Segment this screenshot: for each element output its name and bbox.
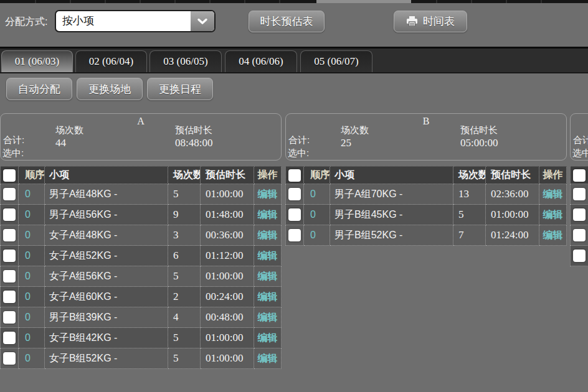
table-row: 0女子A组52KG -601:12:00编辑	[0, 246, 282, 266]
row-event-name: 女子B组42KG -	[45, 328, 168, 348]
row-checkbox[interactable]	[288, 188, 301, 200]
venue-table: 顺序小项场次数预估时长操作0男子A组70KG -1302:36:00编辑0男子B…	[285, 166, 567, 246]
edit-link[interactable]: 编辑	[543, 188, 563, 201]
change-schedule-button[interactable]: 更换日程	[147, 78, 213, 100]
row-event-name: 男子A组70KG -	[330, 184, 453, 205]
row-checkbox[interactable]	[3, 291, 16, 303]
edit-link[interactable]: 编辑	[258, 352, 278, 365]
column-header-order: 顺序	[19, 166, 45, 184]
summary-duration-value: 08:48:00	[175, 137, 212, 149]
row-order: 0	[19, 287, 45, 307]
row-event-name: 男子A组56KG -	[45, 205, 168, 225]
clipped-top-row	[0, 0, 588, 3]
row-order: 0	[19, 328, 45, 348]
edit-link[interactable]: 编辑	[258, 188, 278, 201]
table-header-row: 顺序小项场次数预估时长操作	[285, 166, 567, 184]
header-checkbox-cell	[570, 166, 588, 184]
row-checkbox[interactable]	[3, 250, 16, 262]
row-order: 0	[19, 307, 45, 328]
summary-selected-label: 选中:	[288, 147, 309, 159]
row-duration: 01:48:00	[201, 205, 254, 225]
tab-day-5[interactable]: 05 (06/07)	[300, 50, 372, 72]
table-row	[570, 205, 588, 225]
row-duration: 02:36:00	[486, 184, 539, 205]
header-checkbox-cell	[285, 166, 304, 184]
summary-duration-label: 预估时长	[460, 124, 498, 136]
row-checkbox-cell	[285, 184, 304, 205]
row-checkbox[interactable]	[3, 208, 16, 221]
row-checkbox-cell	[0, 348, 19, 369]
day-tab-bar: 01 (06/03)02 (06/04)03 (06/05)04 (06/06)…	[0, 47, 588, 73]
edit-link[interactable]: 编辑	[258, 250, 278, 263]
chevron-down-icon[interactable]	[191, 11, 214, 31]
column-header-action: 操作	[254, 166, 282, 184]
row-checkbox[interactable]	[573, 229, 586, 241]
row-checkbox[interactable]	[3, 311, 16, 324]
time-table-button[interactable]: 时间表	[394, 11, 467, 32]
row-checkbox[interactable]	[3, 270, 16, 282]
summary-total-label: 合计:	[288, 134, 310, 146]
column-header-order: 顺序	[304, 166, 330, 184]
edit-link[interactable]: 编辑	[258, 229, 278, 242]
row-checkbox-cell	[0, 266, 19, 287]
row-action-cell: 编辑	[254, 266, 282, 287]
column-header-matches: 场次数	[168, 166, 201, 184]
row-match-count: 5	[168, 266, 201, 287]
row-order: 0	[19, 184, 45, 205]
row-checkbox[interactable]	[288, 229, 301, 241]
row-checkbox[interactable]	[288, 208, 301, 221]
auto-allocate-button[interactable]: 自动分配	[6, 78, 72, 100]
row-checkbox[interactable]	[3, 332, 16, 344]
row-event-name: 女子A组56KG -	[45, 266, 168, 287]
table-row: 0男子B组39KG -400:48:00编辑	[0, 307, 282, 328]
tab-day-3[interactable]: 03 (06/05)	[149, 50, 222, 72]
row-duration: 01:24:00	[486, 225, 539, 246]
tab-day-2[interactable]: 02 (06/04)	[75, 50, 147, 72]
clipped-top-segment	[316, 0, 411, 3]
row-duration: 00:24:00	[201, 287, 254, 307]
edit-link[interactable]: 编辑	[258, 332, 278, 345]
row-checkbox-cell	[0, 246, 19, 266]
select-all-checkbox[interactable]	[3, 169, 16, 182]
select-all-checkbox[interactable]	[288, 169, 301, 182]
row-event-name: 女子B组52KG -	[45, 348, 168, 369]
select-all-checkbox[interactable]	[573, 169, 586, 182]
row-event-name: 女子A组52KG -	[45, 246, 168, 266]
tab-day-1[interactable]: 01 (06/03)	[1, 50, 73, 72]
row-order: 0	[19, 266, 45, 287]
table-header-row: 顺序小项场次数预估时长操作	[0, 166, 282, 184]
duration-estimate-table-button[interactable]: 时长预估表	[249, 11, 325, 32]
row-checkbox[interactable]	[573, 208, 586, 221]
row-match-count: 9	[168, 205, 201, 225]
row-order: 0	[19, 246, 45, 266]
printer-icon	[406, 16, 418, 27]
row-match-count: 7	[453, 225, 486, 246]
header-checkbox-cell	[0, 166, 19, 184]
row-checkbox[interactable]	[573, 250, 586, 262]
row-checkbox-cell	[285, 205, 304, 225]
column-header-event: 小项	[45, 166, 168, 184]
row-checkbox[interactable]	[3, 229, 16, 241]
venue-summary: 合计:选中:场次数预估时长	[570, 113, 588, 161]
edit-link[interactable]: 编辑	[543, 208, 563, 222]
tab-day-4[interactable]: 04 (06/06)	[225, 50, 297, 72]
venue-summary: A合计:选中:场次数44预估时长08:48:00	[0, 113, 282, 161]
summary-duration-label: 预估时长	[175, 124, 212, 136]
row-checkbox[interactable]	[3, 188, 16, 200]
edit-link[interactable]: 编辑	[543, 229, 563, 242]
table-row: 0女子A组48KG -300:36:00编辑	[0, 225, 282, 246]
table-row: 0女子B组52KG -501:00:00编辑	[0, 348, 282, 369]
allocation-mode-select[interactable]: 按小项	[55, 10, 216, 32]
edit-link[interactable]: 编辑	[258, 291, 278, 304]
row-event-name: 男子B组52KG -	[330, 225, 453, 246]
row-checkbox[interactable]	[3, 352, 16, 365]
row-match-count: 6	[168, 246, 201, 266]
row-match-count: 4	[168, 307, 201, 328]
edit-link[interactable]: 编辑	[258, 270, 278, 283]
change-venue-button[interactable]: 更换场地	[77, 78, 143, 100]
venue-table: 顺序小项场次数预估时长操作0男子A组48KG -501:00:00编辑0男子A组…	[0, 166, 282, 369]
column-header-event: 小项	[330, 166, 453, 184]
edit-link[interactable]: 编辑	[258, 208, 278, 222]
row-checkbox[interactable]	[573, 188, 586, 200]
edit-link[interactable]: 编辑	[258, 311, 278, 324]
